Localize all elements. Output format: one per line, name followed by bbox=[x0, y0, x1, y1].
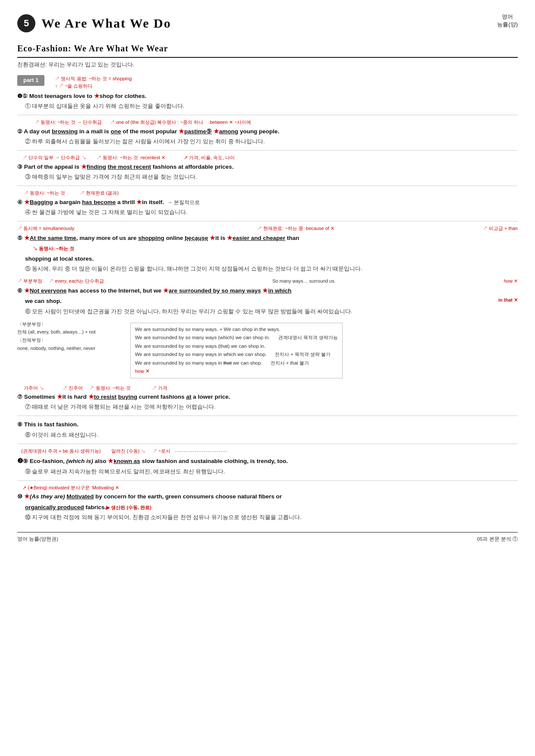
divider-2 bbox=[17, 150, 518, 151]
sentence-5: ⑤ ★At the same time, many more of us are… bbox=[17, 233, 518, 274]
s3-en: ③ Part of the appeal is ★finding the mos… bbox=[17, 162, 518, 172]
divider-7 bbox=[17, 416, 518, 416]
sentence-10: ⑩ ★(As they are) Motivated by concern fo… bbox=[17, 491, 518, 522]
s5-en: ⑤ ★At the same time, many more of us are… bbox=[17, 233, 518, 243]
part1-ann2: ↑ ↗ ~을 쇼핑하다 bbox=[55, 82, 132, 90]
en-subtitle: Eco-Fashion: We Are What We Wear bbox=[17, 41, 518, 58]
title-block: 5 We Are What We Do bbox=[17, 13, 171, 34]
divider-3 bbox=[17, 186, 518, 186]
surrounded-section: 〈부분부정〉 전체 (all, every, both, always…) + … bbox=[17, 320, 518, 381]
s5-annotations: ↗ 동시에 = simultaneously ↗ 현재완료: ~하는 중 bec… bbox=[17, 225, 518, 233]
s3-annotations: ↗ 단수의 일부 → 단수취급 ↘ ↗ 동명사: ~하는 것 recentest… bbox=[17, 154, 518, 162]
sentence-2: ② A day out browsing in a mall is one of… bbox=[17, 126, 518, 146]
surrounded-examples: We are surrounded by so many ways. + We … bbox=[130, 323, 343, 378]
s1-en: ❶① Most teenagers love to ★shop for clot… bbox=[17, 91, 518, 101]
header: 5 We Are What We Do 영어 능률(양) bbox=[17, 13, 518, 34]
s2-en: ② A day out browsing in a mall is one of… bbox=[17, 126, 518, 137]
s7-en: ⑦ Sometimes ★it is hard ★to resist buyin… bbox=[17, 392, 518, 402]
s1-ko: ① 대부분의 십대들은 옷을 사기 위해 쇼핑하는 것을 좋아합니다. bbox=[25, 102, 518, 110]
s4-annotations: ↗ 동명사: ~하는 것 ↗ 현재완료 (결과) bbox=[17, 189, 518, 197]
s10-annotations: ↗ (★Being) motivated 분사구문 Motivating ✕ bbox=[17, 484, 518, 492]
sentence-8: ⑧ This is fast fashion. ⑧ 이것이 패스트 패션입니다. bbox=[17, 419, 518, 439]
s2-annotations: ↗ 동명사: ~하는 것 → 단수취급 ↗ one of (the 최상급) 복… bbox=[17, 119, 518, 126]
top-right: 영어 능률(양) bbox=[497, 13, 518, 28]
main-title: We Are What We Do bbox=[41, 13, 171, 34]
s9-ko: ⑨ 슬로우 패션과 지속가능한 의복으로서도 알려진, 에코패션도 최신 유행입… bbox=[25, 467, 518, 476]
unit-circle: 5 bbox=[17, 14, 35, 32]
s6-ko: ⑥ 모든 사람이 인터넷에 접근권을 가진 것은 아닙니다, 하지만 우리는 우… bbox=[25, 307, 518, 316]
sentence-7: ⑦ Sometimes ★it is hard ★to resist buyin… bbox=[17, 392, 518, 411]
s6-annotations: ↗ 부분부정 ↗ every, each는 단수취급 So many ways…… bbox=[17, 277, 518, 285]
part1-annotations: ↗ 명사적 용법: ~하는 것 = shopping ↑ ↗ ~을 쇼핑하다 bbox=[55, 75, 132, 89]
sentence-9: ❷⑨ Eco-fashion, (which is) also ★known a… bbox=[17, 455, 518, 476]
divider-4 bbox=[17, 221, 518, 221]
divider-8 bbox=[17, 444, 518, 444]
part1-label: part 1 bbox=[17, 75, 44, 86]
unit-number: 5 bbox=[24, 16, 29, 31]
s10-ko: ⑩ 지구에 대한 걱정에 의해 동기 부여되어, 친환경 소비자들은 천연 섬유… bbox=[25, 513, 518, 522]
s2-ko: ② 하루 외출해서 쇼핑몰을 둘러보기는 젊은 사람들 사이에서 가장 인기 있… bbox=[25, 137, 518, 146]
s5-en-cont: ↘ 동명사: ~하는 것 shopping at local stores. bbox=[25, 243, 518, 265]
s9-en: ❷⑨ Eco-fashion, (which is) also ★known a… bbox=[17, 455, 518, 466]
s7-annotations: 가주어 ↘ ↗ 진주어 ↗ 동명사: ~하는 것 ↗ 가격 bbox=[17, 384, 518, 392]
partial-negation-note: 〈부분부정〉 전체 (all, every, both, always…) + … bbox=[17, 320, 96, 381]
sentence-1: ❶① Most teenagers love to ★shop for clot… bbox=[17, 91, 518, 110]
s4-en: ④ ★Bagging a bargain has become a thrill… bbox=[17, 197, 518, 208]
s10-en: ⑩ ★(As they are) Motivated by concern fo… bbox=[17, 491, 518, 502]
s7-ko: ⑦ 때때로 더 낮은 가격에 유행되는 패션을 사는 것에 저항하기는 어렵습니… bbox=[25, 403, 518, 411]
s4-ko: ④ 싼 물건을 가방에 넣는 것은 그 자체로 떨리는 일이 되었습니다. bbox=[25, 208, 518, 217]
divider-1 bbox=[17, 115, 518, 115]
s10-en-cont: organically produced fabrics.▶ 생산된 (수동, … bbox=[25, 502, 518, 513]
s8-en: ⑧ This is fast fashion. bbox=[17, 419, 518, 430]
part1-ann1: ↗ 명사적 용법: ~하는 것 = shopping bbox=[55, 75, 132, 82]
s9-annotations: (관계대명사 주격 + be 동사 생략가능) 알려진 (수동) ↘ ↗ ~로서 bbox=[17, 447, 518, 455]
s8-ko: ⑧ 이것이 패스트 패션입니다. bbox=[25, 431, 518, 439]
s5-ko: ⑤ 동시에, 우리 중 더 많은 이들이 온라인 쇼핑을 합니다, 왜냐하면 그… bbox=[25, 265, 518, 273]
sentence-6: ⑥ ★Not everyone has access to the Intern… bbox=[17, 286, 518, 316]
footer-left: 영어 능률(양현권) bbox=[17, 535, 58, 543]
s6-en-cont: we can shop. in that ✕ bbox=[25, 296, 518, 306]
ko-subtitle: 친환경패션: 우리는 우리가 입고 있는 것입니다. bbox=[17, 60, 518, 69]
s6-en: ⑥ ★Not everyone has access to the Intern… bbox=[17, 286, 518, 296]
footer-right: 05과 본문 분석 ① bbox=[477, 535, 518, 543]
sentence-3: ③ Part of the appeal is ★finding the mos… bbox=[17, 162, 518, 181]
part1-row: part 1 ↗ 명사적 용법: ~하는 것 = shopping ↑ ↗ ~을… bbox=[17, 75, 518, 89]
s3-ko: ③ 매력중의 일부는 알맞은 가격에 가장 최근의 패션을 찾는 것입니다. bbox=[25, 173, 518, 181]
divider-9 bbox=[17, 480, 518, 481]
footer: 영어 능률(양현권) 05과 본문 분석 ① bbox=[17, 532, 518, 543]
sentence-4: ④ ★Bagging a bargain has become a thrill… bbox=[17, 197, 518, 217]
